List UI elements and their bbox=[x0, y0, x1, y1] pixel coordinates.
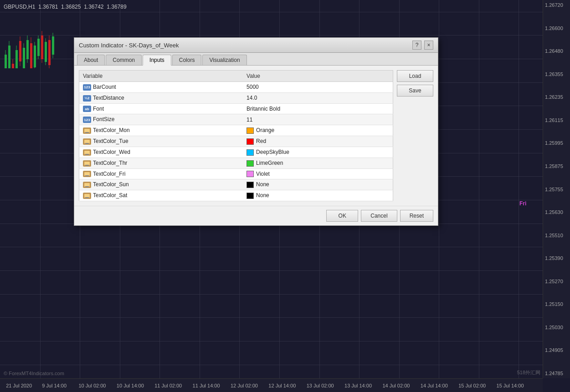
svg-rect-150 bbox=[85, 132, 89, 133]
dialog-title: Custom Indicator - SK-Days_of_Week bbox=[79, 42, 179, 49]
svg-rect-158 bbox=[84, 162, 90, 165]
grid-h bbox=[0, 317, 543, 318]
price-axis: 1.26720 1.26600 1.26480 1.26355 1.26235 … bbox=[543, 0, 570, 378]
svg-rect-167 bbox=[84, 194, 90, 198]
chart-header: GBPUSD,H1 1.36781 1.36825 1.36742 1.3678… bbox=[4, 4, 127, 10]
icon-123: 123 bbox=[83, 117, 91, 123]
close-button[interactable]: × bbox=[424, 41, 433, 50]
variable-value: DeepSkyBlue bbox=[256, 149, 289, 155]
color-swatch bbox=[246, 138, 254, 145]
grid-h bbox=[0, 270, 543, 271]
tab-about[interactable]: About bbox=[77, 55, 105, 65]
table-row[interactable]: 123BarCount5000 bbox=[79, 82, 393, 93]
variable-value: Britannic Bold bbox=[246, 106, 280, 112]
svg-rect-149 bbox=[84, 129, 90, 132]
tab-colors[interactable]: Colors bbox=[172, 55, 202, 65]
watermark-right: 518外汇网 bbox=[517, 369, 540, 376]
side-buttons: Load Save bbox=[397, 70, 433, 201]
color-swatch bbox=[246, 193, 254, 199]
table-row[interactable]: TextColor_ThrLimeGreen bbox=[79, 158, 393, 168]
variable-value: 14.0 bbox=[246, 95, 257, 101]
reset-button[interactable]: Reset bbox=[400, 210, 433, 222]
variable-name: TextColor_Sun bbox=[93, 181, 129, 188]
variable-value: 5000 bbox=[246, 84, 259, 90]
color-swatch bbox=[246, 182, 254, 188]
variable-name: Font bbox=[93, 106, 104, 112]
variable-name: TextColor_Tue bbox=[93, 138, 128, 144]
variable-name: TextColor_Sat bbox=[93, 192, 127, 199]
table-row[interactable]: TextColor_WedDeepSkyBlue bbox=[79, 147, 393, 158]
grid-v bbox=[519, 0, 519, 378]
titlebar-buttons: ? × bbox=[412, 41, 433, 50]
icon-color bbox=[83, 149, 91, 156]
watermark-left: © ForexMT4Indicators.com bbox=[4, 371, 64, 376]
time-axis: 21 Jul 2020 9 Jul 14:00 10 Jul 02:00 10 … bbox=[0, 378, 543, 392]
table-wrap: Variable Value 123BarCount5000½2TextDist… bbox=[79, 70, 393, 201]
col-variable: Variable bbox=[79, 71, 243, 82]
grid-h bbox=[0, 294, 543, 295]
svg-rect-161 bbox=[84, 172, 90, 176]
table-row[interactable]: TextColor_SatNone bbox=[79, 190, 393, 201]
table-row[interactable]: 123FontSize11 bbox=[79, 114, 393, 125]
color-swatch bbox=[246, 149, 254, 156]
variable-value: LimeGreen bbox=[256, 160, 283, 166]
icon-color bbox=[83, 193, 91, 199]
svg-rect-162 bbox=[85, 175, 89, 176]
grid-v bbox=[479, 0, 479, 378]
variable-value: 11 bbox=[246, 117, 252, 123]
svg-rect-155 bbox=[84, 151, 90, 154]
variable-value: Violet bbox=[256, 171, 270, 177]
help-button[interactable]: ? bbox=[412, 41, 421, 50]
load-button[interactable]: Load bbox=[397, 70, 433, 82]
color-swatch bbox=[246, 127, 254, 134]
table-row[interactable]: TextColor_FriViolet bbox=[79, 168, 393, 179]
tab-inputs[interactable]: Inputs bbox=[143, 55, 171, 66]
table-row[interactable]: TextColor_MonOrange bbox=[79, 125, 393, 136]
icon-v2: ½2 bbox=[83, 95, 91, 102]
icon-color bbox=[83, 127, 91, 134]
indicator-dialog: Custom Indicator - SK-Days_of_Week ? × A… bbox=[74, 37, 438, 226]
svg-rect-159 bbox=[85, 165, 89, 166]
icon-color bbox=[83, 138, 91, 145]
table-row[interactable]: abFontBritannic Bold bbox=[79, 103, 393, 114]
variable-name: TextColor_Thr bbox=[93, 160, 127, 166]
icon-123: 123 bbox=[83, 84, 91, 91]
color-swatch bbox=[246, 171, 254, 177]
cancel-button[interactable]: Cancel bbox=[361, 210, 397, 222]
save-button[interactable]: Save bbox=[397, 85, 433, 97]
grid-h bbox=[0, 247, 543, 247]
variable-name: TextDistance bbox=[93, 95, 124, 101]
fri-chart-label: Fri bbox=[519, 200, 526, 207]
icon-ab: ab bbox=[83, 106, 91, 112]
dialog-content: Variable Value 123BarCount5000½2TextDist… bbox=[74, 66, 438, 206]
table-row[interactable]: TextColor_SunNone bbox=[79, 179, 393, 190]
svg-rect-164 bbox=[84, 183, 90, 187]
variable-name: FontSize bbox=[93, 116, 114, 122]
color-swatch bbox=[246, 160, 254, 167]
tab-visualization[interactable]: Visualization bbox=[202, 55, 246, 65]
svg-rect-156 bbox=[85, 154, 89, 155]
content-layout: Variable Value 123BarCount5000½2TextDist… bbox=[79, 70, 433, 201]
variable-value: None bbox=[256, 181, 269, 188]
grid-h bbox=[0, 365, 543, 365]
variable-value: None bbox=[256, 192, 269, 199]
ok-button[interactable]: OK bbox=[326, 210, 358, 222]
variable-value: Orange bbox=[256, 127, 274, 133]
params-table: Variable Value 123BarCount5000½2TextDist… bbox=[79, 70, 393, 201]
table-row[interactable]: TextColor_TueRed bbox=[79, 136, 393, 147]
icon-color bbox=[83, 171, 91, 177]
dialog-tabs: About Common Inputs Colors Visualization bbox=[74, 53, 438, 66]
svg-rect-153 bbox=[85, 143, 89, 144]
dialog-titlebar[interactable]: Custom Indicator - SK-Days_of_Week ? × bbox=[74, 38, 438, 53]
variable-name: BarCount bbox=[93, 84, 116, 90]
grid-h bbox=[0, 341, 543, 341]
tab-common[interactable]: Common bbox=[106, 55, 142, 65]
icon-color bbox=[83, 182, 91, 188]
svg-rect-152 bbox=[84, 140, 90, 143]
svg-rect-165 bbox=[85, 186, 89, 187]
variable-value: Red bbox=[256, 138, 266, 144]
icon-color bbox=[83, 160, 91, 167]
variable-name: TextColor_Wed bbox=[93, 149, 130, 155]
table-header-row: Variable Value bbox=[79, 71, 393, 82]
table-row[interactable]: ½2TextDistance14.0 bbox=[79, 92, 393, 103]
